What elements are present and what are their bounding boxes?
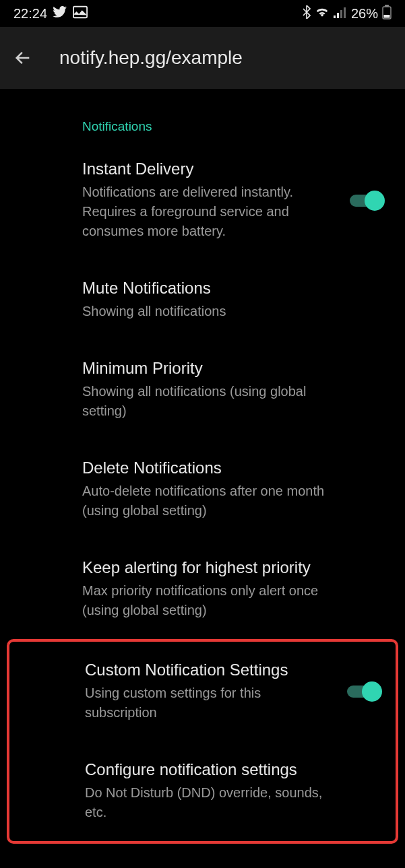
twitter-icon <box>53 6 67 22</box>
svg-rect-6 <box>385 5 389 7</box>
toggle-instant-delivery[interactable] <box>350 195 382 207</box>
setting-title: Custom Notification Settings <box>85 661 382 679</box>
svg-rect-1 <box>334 15 336 18</box>
bluetooth-icon <box>303 5 311 22</box>
setting-title: Keep alerting for highest priority <box>82 558 385 577</box>
wifi-icon <box>315 6 330 22</box>
back-icon[interactable] <box>13 48 32 67</box>
setting-subtitle: Showing all notifications <box>82 302 385 321</box>
signal-icon <box>334 6 347 22</box>
toggle-custom-notification[interactable] <box>347 686 379 698</box>
svg-rect-7 <box>384 15 390 18</box>
setting-instant-delivery[interactable]: Instant Delivery Notifications are deliv… <box>0 141 405 260</box>
setting-configure-notification[interactable]: Configure notification settings Do Not D… <box>9 741 396 841</box>
svg-rect-4 <box>344 7 346 18</box>
status-right: 26% <box>303 5 392 23</box>
setting-subtitle: Notifications are delivered instantly. R… <box>82 182 385 241</box>
setting-title: Mute Notifications <box>82 279 385 298</box>
content: Notifications Instant Delivery Notificat… <box>0 89 405 844</box>
page-title: notify.hep.gg/example <box>59 47 243 69</box>
battery-percent: 26% <box>351 6 378 22</box>
setting-keep-alerting[interactable]: Keep alerting for highest priority Max p… <box>0 539 405 639</box>
setting-custom-notification[interactable]: Custom Notification Settings Using custo… <box>9 642 396 741</box>
status-left: 22:24 <box>13 5 88 22</box>
svg-rect-2 <box>337 13 339 18</box>
setting-delete-notifications[interactable]: Delete Notifications Auto-delete notific… <box>0 440 405 539</box>
section-header-notifications: Notifications <box>0 89 405 141</box>
setting-title: Configure notification settings <box>85 760 382 779</box>
setting-subtitle: Auto-delete notifications after one mont… <box>82 481 385 521</box>
setting-subtitle: Showing all notifications (using global … <box>82 382 385 421</box>
setting-subtitle: Using custom settings for this subscript… <box>85 683 382 723</box>
setting-title: Delete Notifications <box>82 459 385 477</box>
setting-subtitle: Max priority notifications only alert on… <box>82 581 385 620</box>
svg-rect-3 <box>340 10 342 18</box>
setting-title: Instant Delivery <box>82 160 385 178</box>
highlight-box: Custom Notification Settings Using custo… <box>7 639 398 844</box>
battery-icon <box>382 5 392 23</box>
picture-icon <box>73 5 88 22</box>
status-bar: 22:24 26% <box>0 0 405 27</box>
setting-title: Minimum Priority <box>82 359 385 378</box>
setting-mute-notifications[interactable]: Mute Notifications Showing all notificat… <box>0 260 405 340</box>
app-bar: notify.hep.gg/example <box>0 27 405 89</box>
svg-rect-0 <box>73 6 87 18</box>
setting-subtitle: Do Not Disturb (DND) override, sounds, e… <box>85 783 382 822</box>
setting-minimum-priority[interactable]: Minimum Priority Showing all notificatio… <box>0 340 405 440</box>
status-time: 22:24 <box>13 6 47 22</box>
